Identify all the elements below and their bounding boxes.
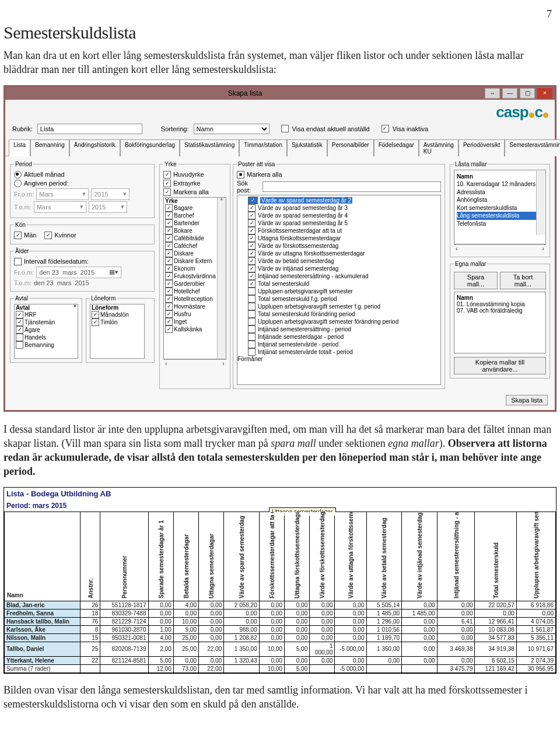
window-close-icon[interactable]: × xyxy=(537,88,552,99)
tab-personalbilder[interactable]: Personalbilder xyxy=(327,139,374,156)
list-item[interactable]: Cafébiträde xyxy=(164,234,217,242)
to-month-combo[interactable]: Mars▾ xyxy=(34,201,86,213)
tree-node[interactable]: Total semesterskuld förändring period xyxy=(248,310,440,318)
list-item[interactable]: Bemanning xyxy=(15,341,78,349)
alder-from-combo[interactable]: den 23 mars 2015▦▾ xyxy=(36,267,121,278)
avtal-listbox[interactable]: Avtal ˄HRFTjänstemänÄgareHandelsBemannin… xyxy=(14,304,78,359)
tab-sjukstatistik[interactable]: Sjukstatistik xyxy=(287,139,327,156)
lasta-scrollbar[interactable] xyxy=(536,171,545,235)
list-item[interactable]: Kort semesterskuldlista xyxy=(457,204,543,212)
list-item[interactable]: Bagare xyxy=(164,204,217,212)
spara-mall-button[interactable]: Spara mall... xyxy=(454,272,498,289)
list-item[interactable]: 01. Löneavstämning kopia xyxy=(457,301,543,307)
tree-node[interactable]: Värde av sparad semesterdag år 2 xyxy=(248,197,440,204)
tree-branch[interactable]: ⊞ Förmåner xyxy=(239,356,440,362)
list-item[interactable]: Ekonom xyxy=(164,265,217,272)
tab-timmar/station[interactable]: Timmar/station xyxy=(239,139,287,156)
tree-node[interactable]: Värde av uttagna förskottssemesterdagar xyxy=(248,250,440,257)
tab-bokföringsunderlag[interactable]: Bokföringsunderlag xyxy=(120,139,180,156)
list-item[interactable]: Tjänstemän xyxy=(15,318,78,326)
list-item[interactable]: Handels xyxy=(15,334,78,341)
yrke-listbox[interactable]: YrkeBagareBarchefBartenderBokareCafébitr… xyxy=(164,198,217,359)
window-expand-icon[interactable]: ↔ xyxy=(485,88,500,99)
markall-poster-checkbox[interactable] xyxy=(237,171,244,178)
extrayrke-checkbox[interactable] xyxy=(163,180,171,187)
lasta-scroll-left-icon[interactable]: ‹ xyxy=(456,245,458,253)
tree-node[interactable]: Intjänad semesterersättning - period xyxy=(248,325,440,333)
tabort-mall-button[interactable]: Ta bort mall... xyxy=(500,272,546,289)
poster-tree[interactable]: Värde av sparad semesterdag år 2Värde av… xyxy=(237,195,441,385)
tree-node[interactable]: Total semesterskuld f.g. period xyxy=(248,295,440,303)
huvudyrke-checkbox[interactable] xyxy=(163,171,171,178)
list-item[interactable]: Lång semesterskuldlista xyxy=(457,212,543,220)
tab-lista[interactable]: Lista xyxy=(9,139,30,156)
list-item[interactable]: Telefonlista xyxy=(457,220,543,228)
yrke-scroll-up-icon[interactable]: ˄ xyxy=(217,198,226,359)
tree-node[interactable]: Total semesterskuld xyxy=(248,280,440,288)
egna-listbox[interactable]: Namn01. Löneavstämning kopia07. VAB och … xyxy=(454,292,546,353)
tab-födelsedagar[interactable]: Födelsedagar xyxy=(374,139,419,156)
list-item[interactable]: Barchef xyxy=(164,212,217,219)
list-item[interactable]: Hotellreception xyxy=(164,295,217,303)
list-item[interactable]: Timlön xyxy=(90,318,144,326)
list-item[interactable]: Husfru xyxy=(164,310,217,318)
tree-node[interactable]: Intjänat semestervärde totalt - period xyxy=(248,348,440,356)
sortering-select[interactable]: Namn xyxy=(194,124,270,134)
tree-node[interactable]: Intjänad semesterersättning - ackumulera… xyxy=(248,272,440,280)
list-item[interactable]: 07. VAB och föräldraledig xyxy=(457,307,543,314)
list-item[interactable]: 10. Karensdagar 12 månaders xyxy=(457,180,543,188)
window-maximize-icon[interactable]: ▢ xyxy=(520,88,535,99)
visa-aktuell-checkbox[interactable] xyxy=(281,125,289,132)
tab-periodöversikt[interactable]: Periodöversikt xyxy=(459,139,505,156)
loneform-listbox[interactable]: LöneformMånadslönTimlön xyxy=(90,304,145,359)
list-item[interactable]: Ägare xyxy=(15,326,78,334)
markall-yrke-checkbox[interactable] xyxy=(163,188,171,196)
tab-ändringshistorik[interactable]: Ändringshistorik xyxy=(69,139,120,156)
list-item[interactable]: Adresslista xyxy=(457,188,543,197)
list-item[interactable]: Diskare Extern xyxy=(164,257,217,265)
aktuell-radio[interactable] xyxy=(14,171,22,178)
tab-bemanning[interactable]: Bemanning xyxy=(30,139,69,156)
tree-node[interactable]: Upplupen arbetsgivaravgift semester xyxy=(248,288,440,295)
man-checkbox[interactable] xyxy=(14,232,22,239)
list-item[interactable]: Diskare xyxy=(164,250,217,257)
tree-node[interactable]: Intjänade semesterdagar - period xyxy=(248,333,440,341)
yrke-scroll-right-icon[interactable]: › xyxy=(222,360,225,368)
tree-node[interactable]: Förskottssemesterdagar att ta ut xyxy=(248,227,440,234)
window-minimize-icon[interactable]: — xyxy=(502,88,517,99)
angiven-radio[interactable] xyxy=(14,180,22,187)
kopiera-mallar-button[interactable]: Kopiera mallar till användare... xyxy=(454,357,546,374)
lasta-listbox[interactable]: Namn10. Karensdagar 12 månadersAdresslis… xyxy=(454,170,546,244)
tree-node[interactable]: Värde av betald semesterdag xyxy=(248,257,440,265)
kvinnor-checkbox[interactable] xyxy=(44,232,52,239)
tree-node[interactable]: Värde av sparad semesterdag år 3 xyxy=(248,204,440,212)
tree-node[interactable]: Upplupen arbetsgivaravgift semester f.g.… xyxy=(248,303,440,310)
tree-node[interactable]: Värde av förskottssemesterdag xyxy=(248,242,440,250)
list-item[interactable]: Caféchef xyxy=(164,242,217,250)
list-item[interactable]: Kallskänka xyxy=(164,325,217,333)
tree-node[interactable]: Värde av sparad semesterdag år 5 xyxy=(248,219,440,227)
list-item[interactable]: Anhöriglista xyxy=(457,196,543,204)
skapa-lista-button[interactable]: Skapa lista xyxy=(506,395,548,405)
from-year-combo[interactable]: 2015▾ xyxy=(91,188,130,200)
tree-node[interactable]: Värde av sparad semesterdag år 4 xyxy=(248,212,440,219)
list-item[interactable]: Inget xyxy=(164,318,217,325)
tree-node[interactable]: Uttagna förskottssemesterdagar xyxy=(248,234,440,242)
tree-node[interactable]: Intjänat semestervärde - period xyxy=(248,341,440,348)
list-item[interactable]: Garderobier xyxy=(164,280,217,288)
tab-avstämning ku[interactable]: Avstämning KU xyxy=(419,139,459,156)
list-item[interactable]: Hovmästare xyxy=(164,303,217,310)
list-item[interactable]: Bokare xyxy=(164,227,217,234)
yrke-scroll-left-icon[interactable]: ‹ xyxy=(165,360,167,368)
list-item[interactable]: Frukostvärdinna xyxy=(164,272,217,280)
intervall-checkbox[interactable] xyxy=(14,258,22,265)
visa-inaktiva-checkbox[interactable] xyxy=(382,125,389,132)
list-item[interactable]: HRF xyxy=(15,311,78,318)
list-item[interactable]: Bartender xyxy=(164,219,217,227)
to-year-combo[interactable]: 2015▾ xyxy=(89,201,127,213)
lasta-scroll-right-icon[interactable]: › xyxy=(542,245,544,253)
tree-node[interactable]: Värde av intjänad semesterdag xyxy=(248,265,440,272)
tab-semesteravstämning[interactable]: Semesteravstämning xyxy=(505,139,560,156)
sokpost-input[interactable] xyxy=(262,181,441,192)
rubrik-input[interactable] xyxy=(37,124,142,134)
